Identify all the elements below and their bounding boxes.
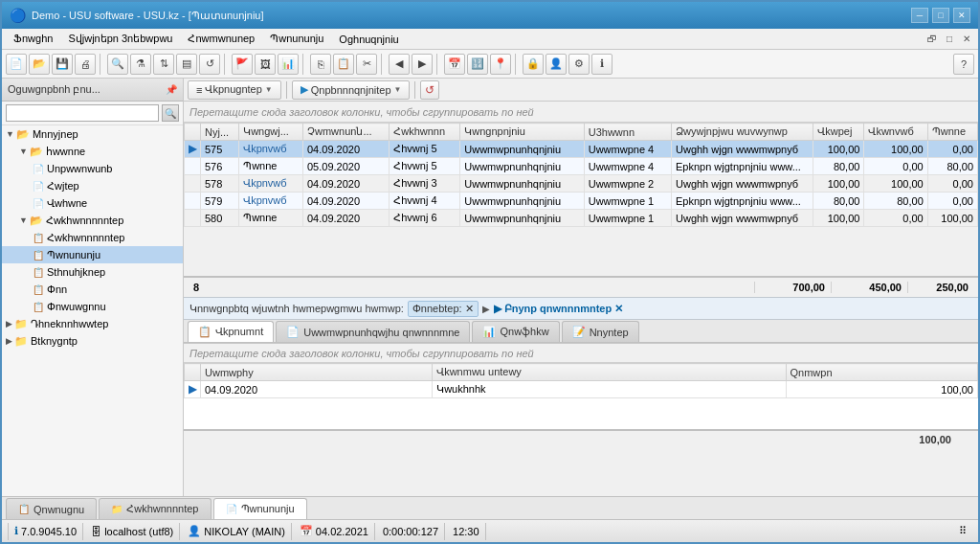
tb-paste[interactable]: 📋 [333,54,354,75]
table-row[interactable]: 578 Վkpnvwб 04.09.2020 Հhvwnj 3 Uwwmwpnu… [185,175,978,193]
search-button[interactable]: 🔍 [162,104,179,122]
tree-item-accounts[interactable]: ▼ 📂 Հwkhwnnnnntep [2,212,183,229]
col-header-employee[interactable]: Հwkhwnnn [390,124,460,141]
refresh-button[interactable]: ↺ [420,80,439,100]
status-resize[interactable]: ⠿ [953,523,972,540]
tree-item-reports[interactable]: ▶ 📁 Դhneknnhwwtep [2,315,183,332]
col-header-status[interactable]: Կwngwj... [239,124,303,141]
menu-payments[interactable]: Պwnununju [262,31,331,47]
tb-open[interactable]: 📂 [29,54,50,75]
tb-cut[interactable]: ✂ [356,54,377,75]
row-indicator: ▶ [185,141,201,158]
tab-notes[interactable]: 📝 Nnyntep [562,321,639,342]
tb-refresh[interactable]: ↺ [199,54,220,75]
close2-button[interactable]: ✕ [959,32,974,47]
tree-item-modules[interactable]: ▼ 📂 Mnnyjnep [2,125,183,143]
tb-calendar[interactable]: 📅 [444,54,465,75]
table-row[interactable]: 576 Պwnne 05.09.2020 Հhvwnj 5 Uwwmwpnunh… [185,158,978,175]
close-button[interactable]: ✕ [953,8,970,23]
tree-item-cash[interactable]: 📋 Փnn [2,281,183,298]
cell-date: 04.09.2020 [302,141,389,158]
tb-sort[interactable]: ⇅ [153,54,174,75]
filter-active[interactable]: ▶ Բnynp qnwnnnmntep ✕ [494,303,623,315]
col-header-date[interactable]: Չwmwnunն... [302,124,389,141]
tb-filter[interactable]: ⚗ [130,54,151,75]
sidebar-pin-icon[interactable]: 📌 [166,84,177,95]
col-header-amount[interactable]: Վkwpej [813,124,864,141]
tree-item-accounts-sub[interactable]: 📋 Հwkhwnnnnntep [2,229,183,246]
nav-tab-orders[interactable]: 📋 Qnwnugnu [6,498,97,519]
tree-item-directories[interactable]: ▶ 📁 Вtknygntp [2,332,183,350]
tb-search[interactable]: 🔍 [107,54,128,75]
col-header-counterparty[interactable]: U3hwwnn [584,124,671,141]
tab-payments[interactable]: 📋 Վkpnumnt [188,321,274,342]
detail-table-row[interactable]: ▶ 04.09.2020 Կwukhnhk 100,00 [185,381,978,398]
tb-map[interactable]: 📍 [490,54,511,75]
tb-image[interactable]: 🖼 [255,54,276,75]
columns-button[interactable]: ≡ Վkpnugntep ▼ [188,80,281,100]
col-header-paid[interactable]: Վkwnvwб [864,124,927,141]
filter-tag-1[interactable]: Փnnebtep: ✕ [408,301,479,317]
tb-lock[interactable]: 🔒 [523,54,544,75]
tree-item-payments[interactable]: 📋 Պwnununju [2,246,183,263]
col-header-type[interactable]: Կwngnpnjniu [460,124,584,141]
tree-item-vakhans[interactable]: 📄 Վwhwne [2,194,183,212]
tb-user[interactable]: 👤 [546,54,567,75]
resize-icon: ⠿ [959,525,967,537]
grouping-button[interactable]: ▶ Qnpbnnnqnjnitep ▼ [292,80,411,100]
doc-icon: 📋 [33,233,44,243]
detail-col-date[interactable]: Uwmwphy [201,364,433,381]
menu-documents[interactable]: Հnwmwnunep [180,31,262,47]
tb-new[interactable]: 📄 [6,54,27,75]
restore-button[interactable]: 🗗 [924,32,940,47]
tb-back[interactable]: ◀ [389,54,410,75]
tab-graphics[interactable]: 📊 Qnwֆhkw [472,321,559,342]
tb-chart[interactable]: 📊 [278,54,299,75]
tree-item-statements[interactable]: 📋 Sthnuhjknep [2,263,183,281]
tb-help[interactable]: ? [953,54,974,75]
tb-info[interactable]: ℹ [591,54,612,75]
cell-paid: 0,00 [864,210,927,227]
cell-status: Պwnne [239,210,303,227]
tb-group[interactable]: ▤ [176,54,197,75]
search-input[interactable] [6,104,159,122]
table-row[interactable]: ▶ 575 Վkpnvwб 04.09.2020 Հhvwnj 5 Uwwmwp… [185,141,978,158]
bottom-nav: 📋 Qnwnugnu 📁 Հwkhwnnnntep 📄 Պwnununju [2,496,978,519]
table-row[interactable]: 579 Վkpnvwб 04.09.2020 Հhvwnj 4 Uwwmwpnu… [185,193,978,210]
filter-close-icon[interactable]: ✕ [465,303,474,315]
tab-accounting[interactable]: 📄 Uwwmwpnunhqwjhu qnwnnnmne [276,321,470,342]
tree-item-inventory[interactable]: 📋 Փnwuwgnnu [2,298,183,315]
minimize-button[interactable]: ─ [911,8,928,23]
tb-settings[interactable]: ⚙ [568,54,590,75]
col-header-id[interactable]: Nyj... [201,124,239,141]
tb-copy[interactable]: ⎘ [310,54,331,75]
detail-col-type[interactable]: Վkwnmwu untewy [433,364,786,381]
detail-col-amount[interactable]: Qnmwpn [786,364,977,381]
status-user: 👤 NIKOLAY (MAIN) [182,523,292,540]
info-icon: ℹ [14,525,18,537]
tb-print[interactable]: 🖨 [75,54,96,75]
tb-save[interactable]: 💾 [52,54,73,75]
table-row[interactable]: 580 Պwnne 04.09.2020 Հhvwnj 6 Uwwmwpnunh… [185,210,978,227]
col-header-basis[interactable]: Ձwywjnpjwu wuvwynwp [672,124,813,141]
nav-tab-accounts[interactable]: 📁 Հwkhwnnnntep [99,498,211,519]
tree-item-orders[interactable]: ▼ 📂 հwwnne [2,143,183,160]
filter-active-close[interactable]: ✕ [614,303,623,315]
main-table-scroll[interactable]: Nyj... Կwngwj... Չwmwnunն... Հwkhwnnn Կw… [184,123,978,276]
maximize2-button[interactable]: □ [942,32,957,47]
tree-item-items[interactable]: 📄 Հwjtep [2,177,183,194]
tb-calc[interactable]: 🔢 [467,54,488,75]
menu-reports[interactable]: Oghnuqnjniu [331,32,406,47]
detail-group-header: Перетащите сюда заголовок колонки, чтобы… [184,344,978,363]
col-header-debt[interactable]: Պwnne [927,124,977,141]
detail-scroll[interactable]: Uwmwphy Վkwnmwu untewy Qnmwpn ▶ 04.09.20… [184,363,978,429]
menu-references[interactable]: Sվjwjnեpn 3nեbwpwu [60,31,180,47]
tb-forward[interactable]: ▶ [412,54,433,75]
maximize-button[interactable]: □ [932,8,949,23]
nav-tab-payments[interactable]: 📄 Պwnununju [213,498,307,519]
filter-active-icon: ▶ [494,303,501,315]
menu-file[interactable]: Ֆnwghn [6,31,60,47]
nav-tab-accounts-label: Հwkhwnnnntep [126,503,198,515]
tb-flag[interactable]: 🚩 [232,54,253,75]
tree-item-contractors[interactable]: 📄 Unpwwnwunb [2,160,183,177]
